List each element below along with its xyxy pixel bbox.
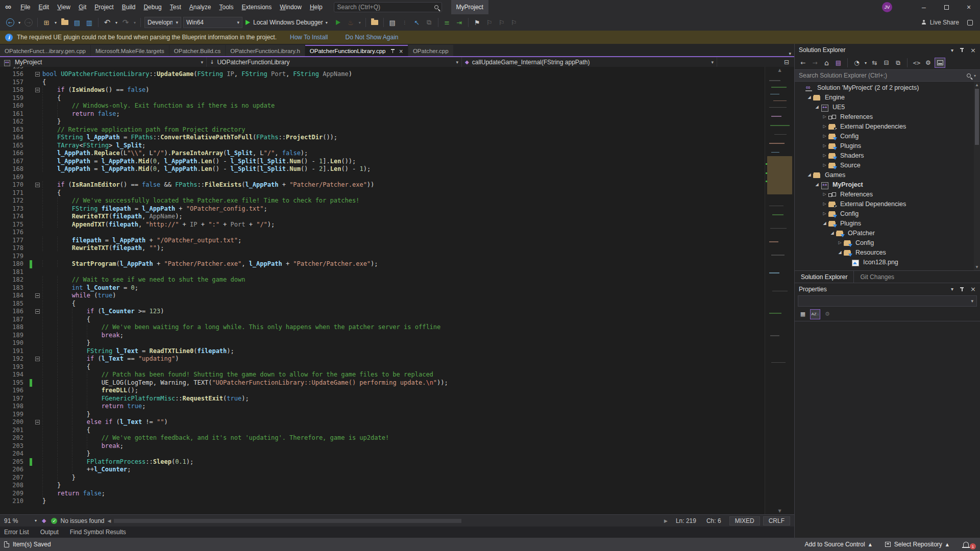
code-line[interactable]: 189 break; [0,332,765,340]
zoom-dropdown[interactable]: 91 % ▾ [4,517,37,524]
menu-window[interactable]: Window [276,0,306,14]
code-line[interactable]: 199 } [0,411,765,419]
add-to-source-control-button[interactable]: Add to Source Control ▲ [801,541,872,548]
solution-window-button[interactable]: ▤ [387,17,398,28]
solution-platform-dropdown[interactable]: Win64 ▾ [183,17,242,28]
scrollbar-map[interactable]: ▲ ▼ [765,67,794,514]
menu-build[interactable]: Build [118,0,140,14]
menu-tools[interactable]: Tools [215,0,238,14]
tree-item-ue5[interactable]: ◢UE5 [795,102,980,112]
scroll-left-icon[interactable]: ◀ [108,518,111,523]
preview-selected-items-icon[interactable] [935,58,945,68]
expanded-arrow-icon[interactable]: ◢ [813,182,821,187]
menu-test[interactable]: Test [166,0,185,14]
collapsed-arrow-icon[interactable]: ▷ [821,134,828,138]
code-line[interactable]: 179 [0,253,765,261]
code-line[interactable]: 207 } [0,474,765,482]
tree-item-myproject[interactable]: ◢MyProject [795,180,980,189]
code-line[interactable]: 193 { [0,363,765,371]
tree-item-engine[interactable]: ◢Engine [795,92,980,102]
undo-dropdown[interactable]: ▾ [114,17,119,28]
tree-item-config[interactable]: ▷Config [795,209,980,218]
document-tab[interactable]: OPatcherFunctionLibrary.cpp× [305,45,408,56]
tree-item-shaders[interactable]: ▷Shaders [795,151,980,160]
code-line[interactable]: 177 filepath = l_AppPath + "/OPatcher_ou… [0,237,765,245]
switch-views-icon[interactable]: ⇆ [869,58,880,68]
code-line[interactable]: 185 { [0,300,765,308]
collapsed-arrow-icon[interactable]: ▷ [821,192,828,196]
back-dropdown[interactable]: ▾ [17,17,22,28]
expanded-arrow-icon[interactable]: ◢ [805,95,813,99]
tree-item-config[interactable]: ▷Config [795,131,980,141]
tree-item-external-dependencies[interactable]: ▷External Dependencies [795,199,980,209]
back-icon[interactable]: ← [798,58,808,68]
panel-tab-git-changes[interactable]: Git Changes [853,271,900,283]
live-share-button[interactable]: Live Share [930,19,959,26]
code-line[interactable]: 202 // We've gotten feedback, and it's n… [0,434,765,442]
tree-item-config[interactable]: ▷Config [795,238,980,247]
clipboard-button[interactable]: ⧉ [424,17,435,28]
code-line[interactable]: 165 TArray<FString> l_Split; [0,142,765,150]
menu-view[interactable]: View [53,0,75,14]
clear-bookmarks-button[interactable]: ⚐ [508,17,520,28]
panel-options-icon[interactable]: ▾ [951,47,953,53]
fold-marker[interactable] [32,70,42,79]
code-line[interactable]: 192 if (l_Text == "updating") [0,355,765,363]
code-line[interactable]: 187 { [0,316,765,324]
document-tab[interactable]: Microsoft.MakeFile.targets [91,45,169,56]
close-icon[interactable]: × [970,285,976,293]
tree-item-references[interactable]: ▷References [795,112,980,121]
solution-configuration-dropdown[interactable]: Development ▾ [144,17,181,28]
forward-icon[interactable]: → [810,58,820,68]
menu-debug[interactable]: Debug [139,0,165,14]
code-line[interactable]: 167 l_AppPath = l_AppPath.Mid(0, l_AppPa… [0,158,765,166]
code-line[interactable]: 172 // We've successfully located the Pa… [0,197,765,205]
tree-item-plugins[interactable]: ◢Plugins [795,218,980,228]
collapsed-arrow-icon[interactable]: ▷ [836,240,844,245]
minimize-button[interactable]: – [913,0,935,14]
new-project-button[interactable]: ⊞ [41,17,52,28]
notifications-bell-icon[interactable] [963,542,969,547]
menu-analyze[interactable]: Analyze [185,0,215,14]
solution-search-input[interactable]: Search Solution Explorer (Ctrl+;) ▾ [795,69,980,82]
scroll-up-icon[interactable]: ▲ [975,83,979,87]
properties-object-dropdown[interactable]: ▾ [798,295,977,307]
feedback-icon[interactable] [967,20,973,26]
code-line[interactable]: 173 FString filepath = l_AppPath + "OPat… [0,205,765,213]
code-line[interactable]: 191 FString l_Text = ReadTXTLine0(filepa… [0,347,765,356]
expanded-arrow-icon[interactable]: ◢ [805,172,813,177]
tree-item-solution-myproject-2-of-2-projects[interactable]: Solution 'MyProject' (2 of 2 projects) [795,83,980,92]
code-line[interactable]: 184 while (true) [0,292,765,300]
pointer-mode-button[interactable]: ↖ [411,17,423,28]
view-code-icon[interactable]: <> [911,58,922,68]
code-line[interactable]: 170 if (IsRanInEditor() == false && FPat… [0,181,765,189]
tree-item-external-dependencies[interactable]: ▷External Dependencies [795,121,980,131]
code-line[interactable]: 208 } [0,482,765,490]
collapsed-arrow-icon[interactable]: ▷ [821,114,828,119]
start-debugging-button[interactable]: Local Windows Debugger ▾ [246,17,330,28]
home-icon[interactable]: ⌂ [821,58,832,68]
tree-item-resources[interactable]: ◢Resources [795,247,980,257]
code-editor[interactable]: 155156bool UOPatcherFunctionLibrary::Upd… [0,67,765,514]
do-not-show-again-link[interactable]: Do Not Show Again [345,34,398,41]
code-line[interactable]: 182 // Wait to see if we need to shut th… [0,276,765,284]
start-without-debugging-button[interactable] [333,17,344,28]
type-dropdown[interactable]: ↓ UOPatcherFunctionLibrary ▾ [207,57,462,67]
code-line[interactable]: 175 AppendTXT(filepath, "http://" + IP +… [0,221,765,229]
tree-item-games[interactable]: ◢Games [795,170,980,180]
close-button[interactable]: × [958,0,980,14]
code-line[interactable]: 174 RewriteTXT(filepath, AppName); [0,213,765,221]
tree-item-plugins[interactable]: ▷Plugins [795,141,980,151]
collapsed-arrow-icon[interactable]: ▷ [821,153,828,158]
panel-options-icon[interactable]: ▾ [951,286,953,292]
restore-button[interactable] [935,0,958,14]
code-line[interactable]: 183 int l_Counter = 0; [0,284,765,292]
code-line[interactable]: 190 } [0,339,765,347]
redo-button[interactable]: ↷ [120,17,131,28]
collapsed-arrow-icon[interactable]: ▷ [821,202,828,206]
code-line[interactable]: 160 // Windows-only. Exit function as if… [0,102,765,110]
document-tab[interactable]: OPatcherFunctionLibrary.h [226,45,305,56]
menu-extensions[interactable]: Extensions [238,0,276,14]
expanded-arrow-icon[interactable]: ◢ [836,250,844,255]
show-all-files-icon[interactable]: ⧉ [893,58,903,68]
